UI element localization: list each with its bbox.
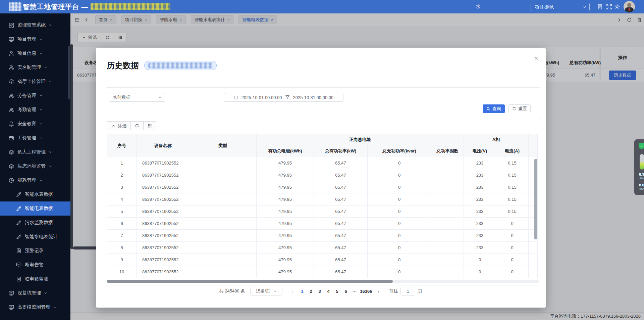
page-number-5[interactable]: 5 (333, 289, 341, 294)
cell (431, 242, 464, 254)
prev-page-icon[interactable]: ‹ (288, 289, 297, 294)
cell: 0.15 (496, 169, 529, 181)
sidebar-item-能耗管理[interactable]: 能耗管理 (0, 173, 70, 187)
cell: 65.47 (314, 242, 368, 254)
cell: 863877071902552 (137, 157, 189, 169)
sidebar-item-项目管理[interactable]: 项目管理 (0, 32, 70, 46)
reset-button[interactable]: 重置 (508, 104, 531, 113)
cell: 0 (368, 157, 431, 169)
search-button[interactable]: 查询 (483, 104, 505, 113)
sidebar-item-label: 高支模监测管理 (17, 304, 50, 310)
sidebar-item-工资管理[interactable]: 工资管理 (0, 131, 70, 145)
table-horizontal-scrollbar[interactable] (107, 280, 539, 283)
sidebar-item-label: 预警记录 (25, 248, 44, 254)
sidebar-item-省厅上传管理[interactable]: 省厅上传管理 (0, 75, 70, 89)
chevron-down-icon (158, 95, 162, 100)
cell: 0 (368, 230, 431, 242)
page-number-2[interactable]: 2 (307, 289, 315, 294)
cell: 863877071902552 (137, 230, 189, 242)
page-number-4[interactable]: 4 (324, 289, 333, 294)
cell: 65.47 (314, 205, 368, 218)
modal-filter-button[interactable]: 筛选 (107, 121, 131, 130)
net-up-unit: ↑K/s (639, 177, 644, 180)
cell: 1 (107, 157, 137, 169)
sidebar-item-label: 深基坑管理 (17, 290, 41, 296)
goto-page-input[interactable] (400, 287, 415, 295)
sidebar-item-污水监测数据[interactable]: 污水监测数据 (0, 216, 70, 230)
data-type-select[interactable]: 实时数据 (109, 93, 165, 102)
device-tag-redacted (144, 61, 217, 70)
document-icon[interactable] (597, 4, 603, 10)
page-number-16366[interactable]: 16366 (359, 289, 373, 294)
sidebar-item-生态环境监管[interactable]: 生态环境监管 (0, 159, 70, 173)
net-gauge (640, 154, 644, 170)
date-range-picker[interactable]: 2025-10-01 00:00:00 至 2025-10-31 00:00:0… (224, 93, 343, 102)
search-label: 查询 (492, 106, 501, 112)
cell: 863877071902552 (137, 205, 189, 218)
sidebar-item-监理监管系统[interactable]: 监理监管系统 (0, 18, 70, 32)
sidebar-item-label: 智能水表数据 (25, 191, 53, 197)
sidebar-item-label: 安全教育 (17, 121, 36, 127)
page-number-6[interactable]: 6 (341, 289, 350, 294)
net-up-value: 8.3 (639, 172, 644, 177)
page-size-value: 15条/页 (256, 288, 270, 294)
sidebar-item-智能电表数据[interactable]: 智能电表数据 (0, 201, 70, 216)
cell: 863877071902552 (137, 169, 189, 181)
cell: 233 (464, 169, 496, 181)
page-number-1[interactable]: 1 (298, 289, 307, 294)
pen-icon (16, 192, 21, 197)
col-header-总功率因数: 总功率因数 (431, 145, 464, 157)
chevdown-icon (48, 150, 52, 154)
modal-refresh-button[interactable] (131, 121, 144, 130)
page-size-select[interactable]: 15条/页 (250, 287, 282, 295)
table-row: 3863877071902552479.9565.4702330.15 (107, 181, 538, 193)
filter-panel: 实时数据 2025-10-01 00:00:00 至 2025-10-31 00… (106, 87, 540, 118)
dialog-title: 历史数据 (107, 60, 139, 71)
next-page-icon[interactable]: › (374, 289, 382, 294)
sidebar-item-安全教育[interactable]: 安全教育 (0, 117, 70, 131)
user-avatar[interactable] (624, 1, 635, 12)
sidebar-item-考勤管理[interactable]: 考勤管理 (0, 103, 70, 117)
chevdown-icon (39, 136, 43, 140)
cell: 2 (107, 169, 137, 181)
sidebar-item-项目信息[interactable]: 项目信息 (0, 46, 70, 60)
gear-icon[interactable] (614, 4, 620, 10)
badge-icon (16, 248, 21, 254)
search-icon (486, 107, 490, 111)
cell: 65.47 (314, 254, 368, 266)
cell: 479.95 (257, 169, 314, 181)
cell: 0 (464, 266, 496, 278)
sidebar-item-智能水表数据[interactable]: 智能水表数据 (0, 187, 70, 201)
cell (189, 242, 257, 254)
grid-icon (9, 22, 14, 28)
sidebar-item-智能水电表统计[interactable]: 智能水电表统计 (0, 230, 70, 244)
cell: 479.95 (257, 242, 314, 254)
sidebar-scrollbar[interactable] (68, 46, 70, 99)
sidebar-item-实名制管理[interactable]: 实名制管理 (0, 60, 70, 75)
cell: 233 (464, 242, 496, 254)
cell-gutter (529, 242, 538, 254)
table-row: 10863877071902552479.9565.47000 (107, 266, 538, 278)
table-vertical-scrollbar[interactable] (534, 159, 537, 239)
close-icon[interactable]: × (534, 55, 538, 61)
sidebar-item-深基坑管理[interactable]: 深基坑管理 (0, 286, 70, 300)
cell: 7 (107, 230, 137, 242)
users-icon (9, 93, 14, 98)
fullscreen-icon[interactable] (606, 4, 612, 10)
page-number-3[interactable]: 3 (315, 289, 324, 294)
sidebar-item-label: 省厅上传管理 (17, 79, 46, 85)
sidebar-item-断电告警[interactable]: 断电告警 (0, 258, 70, 272)
modal-columns-button[interactable] (144, 121, 156, 130)
sidebar-item-劳务管理[interactable]: 劳务管理 (0, 89, 70, 103)
sidebar-item-高支模监测管理[interactable]: 高支模监测管理 (0, 300, 70, 314)
sidebar-item-label: 智能水电表统计 (25, 234, 58, 240)
sidebar-item-临电箱监测[interactable]: 临电箱监测 (0, 272, 70, 286)
project-select[interactable]: 项目-测试 (531, 3, 590, 11)
sidebar-item-预警记录[interactable]: 预警记录 (0, 244, 70, 258)
cell: 0 (368, 169, 431, 181)
sidebar-item-危大工程管理[interactable]: 危大工程管理 (0, 145, 70, 159)
cell: 233 (464, 157, 496, 169)
cell: 863877071902552 (137, 266, 189, 278)
net-monitor-widget[interactable]: ✓ 8.3 ↑K/s 8.0 ↓K/s (634, 139, 644, 195)
cell: 0 (368, 205, 431, 218)
